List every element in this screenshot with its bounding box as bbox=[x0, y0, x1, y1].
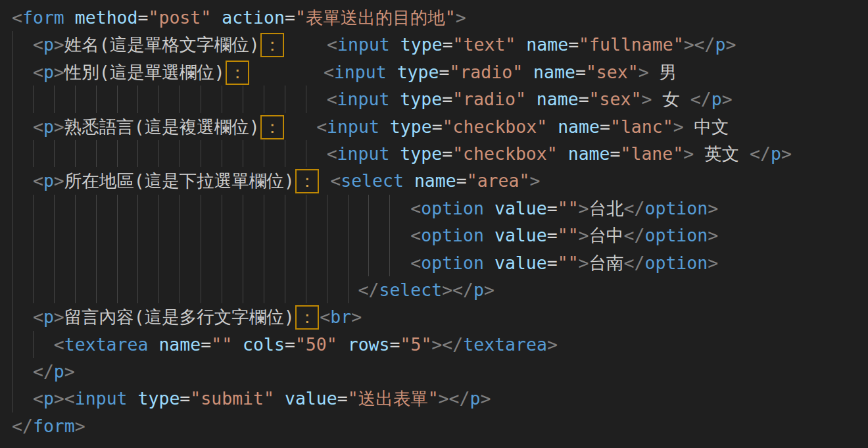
code-token-operator: = bbox=[285, 334, 295, 355]
unicode-highlight-colon: ： bbox=[295, 169, 320, 193]
code-token-text bbox=[387, 62, 397, 82]
code-token-text: 熟悉語言(這是複選欄位) bbox=[64, 116, 260, 137]
code-line-4: <input type="radio" name="sex"> 女 </p> bbox=[0, 86, 868, 112]
code-line-14: </p> bbox=[0, 358, 868, 385]
code-token-string: "radio" bbox=[449, 62, 523, 82]
code-token-text: 台中 bbox=[589, 225, 624, 245]
code-token-punctuation: < bbox=[410, 198, 421, 218]
code-token-punctuation: < bbox=[320, 307, 330, 327]
code-token-string: "radio" bbox=[452, 89, 526, 109]
code-line-content: <option value="">台中</option> bbox=[0, 222, 718, 249]
code-token-tag: input bbox=[337, 34, 390, 55]
code-token-text bbox=[12, 62, 33, 82]
code-line-content: <p><input type="submit" value="送出表單"></p… bbox=[0, 385, 491, 412]
code-token-punctuation: > bbox=[673, 116, 684, 137]
code-token-text: 性別(這是單選欄位) bbox=[64, 62, 225, 82]
code-token-tag: p bbox=[43, 34, 54, 55]
code-token-text bbox=[211, 7, 222, 28]
code-token-text: 台北 bbox=[589, 198, 624, 218]
code-token-tag: p bbox=[771, 143, 781, 164]
code-line-13: <textarea name="" cols="50" rows="5"></t… bbox=[0, 331, 868, 358]
code-editor[interactable]: <form method="post" action="表單送出的目的地"> <… bbox=[0, 0, 868, 448]
code-token-text bbox=[12, 143, 327, 164]
code-line-10: <option value="">台南</option> bbox=[0, 249, 868, 276]
code-line-12: <p>留言內容(這是多行文字欄位)：<br> bbox=[0, 303, 868, 330]
code-token-text bbox=[484, 253, 494, 273]
code-token-punctuation: < bbox=[33, 388, 43, 409]
code-token-string: "" bbox=[558, 225, 579, 245]
code-line-16: </form> bbox=[0, 412, 868, 439]
code-token-string: "checkbox" bbox=[443, 116, 548, 137]
unicode-highlight-colon: ： bbox=[260, 33, 285, 57]
code-token-operator: = bbox=[138, 7, 149, 28]
code-token-punctuation: > bbox=[480, 388, 491, 409]
code-token-tag: p bbox=[43, 170, 54, 191]
code-token-punctuation: < bbox=[410, 225, 421, 245]
code-token-punctuation: > bbox=[683, 143, 694, 164]
code-token-tag: textarea bbox=[463, 334, 547, 355]
code-token-tag: option bbox=[421, 253, 484, 273]
code-token-operator: = bbox=[579, 89, 589, 109]
code-token-punctuation: </ bbox=[750, 143, 771, 164]
code-line-content: </form> bbox=[0, 412, 85, 439]
code-token-string: "sex" bbox=[586, 62, 639, 82]
code-token-tag: option bbox=[645, 225, 708, 245]
code-token-punctuation: > bbox=[456, 7, 466, 28]
code-token-text: 英文 bbox=[694, 143, 750, 164]
code-token-text: 女 bbox=[652, 89, 690, 109]
code-token-punctuation: > bbox=[54, 62, 64, 82]
code-line-6: <input type="checkbox" name="lane"> 英文 <… bbox=[0, 140, 868, 167]
code-token-string: "" bbox=[558, 253, 579, 273]
code-token-tag: input bbox=[75, 388, 128, 409]
code-line-content: </p> bbox=[0, 358, 75, 385]
code-token-punctuation: < bbox=[327, 34, 337, 55]
code-token-punctuation: < bbox=[327, 143, 337, 164]
code-token-punctuation: > bbox=[708, 253, 718, 273]
code-token-tag: p bbox=[43, 307, 54, 327]
code-token-text bbox=[12, 253, 410, 273]
code-token-string: "" bbox=[211, 334, 232, 355]
code-line-content: </select></p> bbox=[0, 276, 494, 303]
code-token-operator: = bbox=[432, 116, 443, 137]
code-token-punctuation: > bbox=[54, 307, 64, 327]
code-token-string: "submit" bbox=[190, 388, 274, 409]
code-token-punctuation: >< bbox=[54, 388, 75, 409]
code-token-text bbox=[523, 62, 533, 82]
code-line-11: </select></p> bbox=[0, 276, 868, 303]
code-token-text bbox=[64, 7, 75, 28]
code-token-operator: = bbox=[442, 89, 452, 109]
code-token-punctuation: </ bbox=[624, 198, 645, 218]
code-token-text bbox=[12, 225, 410, 245]
code-token-tag: select bbox=[379, 280, 442, 300]
code-token-tag: input bbox=[337, 143, 390, 164]
code-token-attribute: type bbox=[397, 62, 439, 82]
code-token-operator: = bbox=[568, 34, 579, 55]
code-line-content: <p>性別(這是單選欄位)： <input type="radio" name=… bbox=[0, 59, 677, 86]
code-token-tag: br bbox=[330, 307, 351, 327]
code-line-content: <form method="post" action="表單送出的目的地"> bbox=[0, 4, 466, 31]
code-token-text bbox=[12, 89, 327, 109]
code-token-text bbox=[12, 198, 410, 218]
code-token-attribute: value bbox=[494, 253, 547, 273]
code-token-string: "表單送出的目的地" bbox=[295, 7, 456, 28]
code-token-text bbox=[389, 143, 400, 164]
code-token-punctuation: > bbox=[54, 170, 64, 191]
code-token-tag: p bbox=[715, 34, 726, 55]
code-token-punctuation: > bbox=[639, 62, 649, 82]
code-line-content: <p>所在地區(這是下拉選單欄位)： <select name="area"> bbox=[0, 167, 540, 194]
code-token-operator: = bbox=[547, 225, 558, 245]
code-line-content: <p>留言內容(這是多行文字欄位)：<br> bbox=[0, 303, 362, 330]
code-token-punctuation: > bbox=[484, 280, 494, 300]
code-token-attribute: type bbox=[400, 34, 443, 55]
code-token-string: "50" bbox=[295, 334, 337, 355]
code-token-string: "sex" bbox=[589, 89, 642, 109]
code-token-punctuation: > bbox=[725, 34, 736, 55]
code-token-text bbox=[12, 280, 358, 300]
code-token-operator: = bbox=[390, 334, 400, 355]
code-token-operator: = bbox=[442, 143, 452, 164]
code-token-attribute: name bbox=[537, 89, 579, 109]
code-line-9: <option value="">台中</option> bbox=[0, 222, 868, 249]
code-token-text bbox=[320, 170, 330, 191]
code-token-string: "lanc" bbox=[610, 116, 673, 137]
code-token-text bbox=[484, 198, 494, 218]
